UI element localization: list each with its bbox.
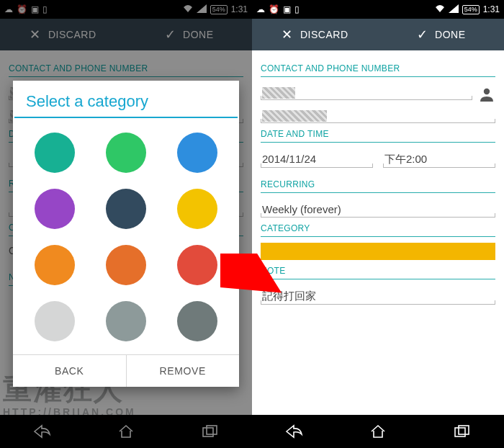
dialog-title: Select a category bbox=[13, 81, 239, 117]
contact-name-field[interactable] bbox=[261, 83, 472, 100]
signal-icon bbox=[449, 4, 459, 15]
dialog-remove-button[interactable]: REMOVE bbox=[126, 355, 240, 387]
color-swatch-4[interactable] bbox=[106, 189, 146, 229]
recent-button[interactable] bbox=[452, 421, 472, 442]
divider bbox=[261, 76, 495, 77]
svg-rect-3 bbox=[455, 428, 465, 436]
color-swatch-2[interactable] bbox=[177, 133, 217, 173]
discard-button[interactable]: ✕ DISCARD bbox=[252, 19, 378, 50]
color-swatch-0[interactable] bbox=[35, 133, 75, 173]
color-swatch-10[interactable] bbox=[106, 301, 146, 341]
section-category: CATEGORY bbox=[261, 223, 495, 233]
close-icon: ✕ bbox=[282, 28, 293, 41]
color-swatch-5[interactable] bbox=[177, 189, 217, 229]
svg-rect-4 bbox=[459, 426, 469, 434]
section-datetime: DATE AND TIME bbox=[261, 129, 495, 139]
dialog-back-button[interactable]: BACK bbox=[13, 355, 126, 387]
time-field[interactable]: 下午2:00 bbox=[383, 148, 495, 168]
contact-icon[interactable] bbox=[478, 86, 495, 103]
divider bbox=[261, 236, 495, 237]
color-swatch-7[interactable] bbox=[106, 245, 146, 285]
category-color-field[interactable] bbox=[261, 243, 495, 260]
section-contact: CONTACT AND PHONE NUMBER bbox=[261, 63, 495, 73]
screen-right: ☁ ⏰ ▣ ▯ 54% 1:31 ✕ DISCARD bbox=[252, 0, 504, 448]
divider bbox=[261, 142, 495, 143]
sdcard-icon: ▯ bbox=[294, 4, 300, 14]
phone-field[interactable] bbox=[261, 106, 495, 123]
screen-left: ☁ ⏰ ▣ ▯ 54% 1:31 ✕ DISCARD bbox=[0, 0, 252, 448]
recurring-field[interactable]: Weekly (forever) bbox=[261, 199, 495, 218]
status-bar: ☁ ⏰ ▣ ▯ 54% 1:31 bbox=[252, 0, 504, 19]
redacted-text bbox=[262, 110, 327, 122]
done-button[interactable]: ✓ DONE bbox=[378, 19, 504, 50]
color-swatch-1[interactable] bbox=[106, 133, 146, 173]
nav-bar bbox=[252, 415, 504, 448]
discard-label: DISCARD bbox=[300, 29, 348, 40]
divider bbox=[261, 279, 495, 279]
color-grid bbox=[13, 118, 239, 354]
divider bbox=[261, 192, 495, 193]
color-swatch-9[interactable] bbox=[35, 301, 75, 341]
color-swatch-6[interactable] bbox=[35, 245, 75, 285]
action-bar: ✕ DISCARD ✓ DONE bbox=[252, 19, 504, 50]
home-button[interactable] bbox=[368, 421, 388, 442]
wifi-icon bbox=[435, 4, 445, 15]
done-label: DONE bbox=[435, 29, 465, 40]
note-field[interactable]: 記得打回家 bbox=[261, 285, 495, 305]
color-swatch-3[interactable] bbox=[35, 189, 75, 229]
svg-point-2 bbox=[484, 89, 490, 94]
color-swatch-8[interactable] bbox=[177, 245, 217, 285]
date-field[interactable]: 2014/11/24 bbox=[261, 148, 373, 168]
section-note: NOTE bbox=[261, 266, 495, 276]
check-icon: ✓ bbox=[417, 27, 428, 42]
alarm-icon: ⏰ bbox=[269, 4, 279, 14]
form-content: CONTACT AND PHONE NUMBER DATE AND TIME 2… bbox=[252, 50, 504, 415]
color-swatch-11[interactable] bbox=[177, 301, 217, 341]
battery-status: 54% bbox=[462, 5, 480, 14]
category-dialog: Select a category BACK REMOVE bbox=[13, 81, 239, 387]
back-button[interactable] bbox=[284, 421, 304, 442]
redacted-text bbox=[262, 87, 295, 99]
clock: 1:31 bbox=[483, 4, 500, 14]
section-recurring: RECURRING bbox=[261, 179, 495, 189]
picture-icon: ▣ bbox=[283, 4, 291, 14]
weather-icon: ☁ bbox=[256, 4, 265, 14]
